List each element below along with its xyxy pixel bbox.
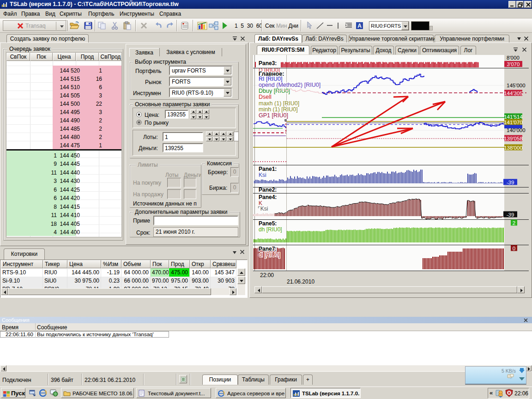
- svg-text:Pane3:: Pane3:: [259, 60, 277, 66]
- svg-text:-39: -39: [507, 180, 514, 185]
- svg-text:Pane5:: Pane5:: [259, 220, 277, 227]
- svg-text:Pane7:: Pane7:: [259, 246, 277, 252]
- svg-text:opend (Method2) [RIU0]: opend (Method2) [RIU0]: [259, 82, 320, 88]
- svg-text:Pane4:: Pane4:: [259, 194, 277, 200]
- svg-text:138'000: 138'000: [504, 145, 523, 151]
- svg-text:⌜Ksi: ⌜Ksi: [258, 206, 268, 212]
- svg-text:-39: -39: [507, 212, 514, 218]
- svg-text:A: A: [357, 23, 362, 29]
- svg-text:Ksi: Ksi: [259, 172, 266, 178]
- svg-text:maxh (1) [RIU0]: maxh (1) [RIU0]: [259, 100, 299, 107]
- svg-text:minh (1) [RIU0]: minh (1) [RIU0]: [259, 106, 298, 113]
- svg-text:dh [RIU0]: dh [RIU0]: [259, 226, 282, 233]
- svg-text:Pane2:: Pane2:: [259, 187, 277, 193]
- svg-text:21.06.2010: 21.06.2010: [287, 278, 314, 285]
- svg-text:141'070: 141'070: [504, 120, 523, 125]
- svg-text:22:00: 22:00: [260, 272, 274, 278]
- svg-text:140'000: 140'000: [507, 127, 526, 133]
- svg-text:Pane1:: Pane1:: [259, 166, 277, 172]
- svg-text:8'000: 8'000: [507, 55, 520, 60]
- svg-text:Dbuy [RIU0]: Dbuy [RIU0]: [259, 88, 290, 94]
- svg-text:2: 2: [513, 220, 515, 226]
- svg-text:0: 0: [513, 246, 515, 251]
- svg-text:dl [RIU0]: dl [RIU0]: [259, 252, 280, 258]
- svg-text:RI [RIU0]: RI [RIU0]: [259, 76, 282, 82]
- svg-text:3'070: 3'070: [507, 61, 520, 67]
- svg-text:145'000: 145'000: [507, 83, 526, 88]
- svg-text:Dsell: Dsell: [259, 94, 272, 100]
- svg-text:141'514: 141'514: [504, 114, 523, 120]
- svg-text:GP1 [RIU0]: GP1 [RIU0]: [259, 112, 288, 119]
- svg-text:144'305: 144'305: [504, 91, 523, 96]
- svg-text:139'058: 139'058: [504, 136, 523, 141]
